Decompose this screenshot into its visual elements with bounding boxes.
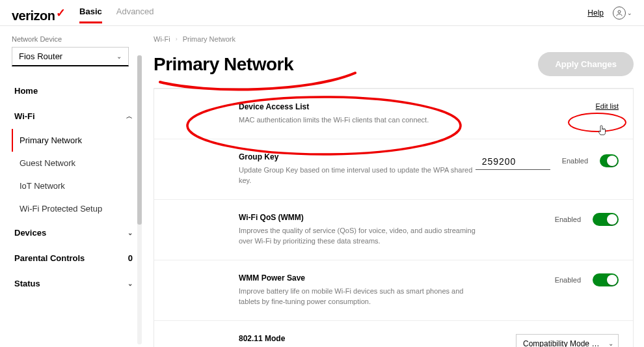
tab-basic[interactable]: Basic — [79, 7, 102, 23]
enabled-label: Enabled — [555, 215, 581, 223]
nav-status[interactable]: Status ⌄ — [12, 271, 135, 296]
top-bar: verizon ✓ Basic Advanced Help ⌄ — [0, 0, 644, 26]
setting-text: WMM Power Save Improve battery life on m… — [239, 273, 482, 307]
header-tabs: Basic Advanced — [79, 7, 154, 23]
nav-guest-network[interactable]: Guest Network — [12, 152, 135, 174]
parental-count: 0 — [128, 253, 133, 263]
nav-primary-network[interactable]: Primary Network — [12, 129, 135, 152]
setting-text: Wi-Fi QoS (WMM) Improves the quality of … — [239, 213, 482, 247]
page-title: Primary Network — [154, 54, 293, 75]
qos-toggle[interactable] — [593, 213, 619, 226]
group-key-toggle[interactable] — [600, 154, 619, 167]
setting-desc: Improve battery life on mobile Wi-Fi dev… — [239, 286, 482, 307]
user-icon — [613, 7, 626, 20]
logo-text: verizon — [12, 8, 55, 23]
breadcrumb-primary: Primary Network — [183, 35, 235, 43]
chevron-down-icon: ⌄ — [127, 280, 133, 287]
setting-wifi-qos: Wi-Fi QoS (WMM) Improves the quality of … — [154, 200, 633, 260]
toggle-knob — [607, 156, 617, 166]
setting-wmm-power-save: WMM Power Save Improve battery life on m… — [154, 260, 633, 321]
network-device-select[interactable]: Fios Router ⌄ — [12, 47, 129, 66]
setting-controls: Compatibility Mode (802.... ⌄ — [482, 334, 619, 348]
group-key-input[interactable] — [476, 152, 550, 170]
chevron-down-icon: ⌄ — [627, 10, 632, 16]
verizon-logo: verizon ✓ — [12, 8, 65, 23]
breadcrumb: Wi-Fi › Primary Network — [154, 35, 634, 43]
setting-desc: Update Group Key based on time interval … — [239, 165, 476, 186]
main-content: Wi-Fi › Primary Network Primary Network … — [142, 26, 644, 347]
check-icon: ✓ — [56, 6, 66, 20]
sidebar-nav: Home Wi-Fi ︿ Primary Network Guest Netwo… — [12, 78, 135, 296]
setting-controls: Enabled — [482, 213, 619, 226]
chevron-down-icon: ⌄ — [116, 53, 122, 60]
chevron-right-icon: › — [176, 36, 178, 42]
title-row: Primary Network Apply Changes — [154, 52, 634, 76]
setting-desc: Improves the quality of service (QoS) fo… — [239, 225, 482, 247]
toggle-knob — [607, 214, 617, 225]
settings-panel: Device Access List MAC authentication li… — [154, 88, 634, 347]
svg-point-0 — [618, 10, 621, 13]
edit-list-link[interactable]: Edit list — [596, 102, 619, 110]
mode-select-wrap: Compatibility Mode (802.... ⌄ — [516, 334, 619, 348]
network-device-value: Fios Router — [19, 51, 62, 61]
nav-home[interactable]: Home — [12, 78, 135, 104]
setting-title: Device Access List — [239, 102, 429, 111]
body: Network Device Fios Router ⌄ Home Wi-Fi … — [0, 26, 644, 347]
setting-text: Device Access List MAC authentication li… — [239, 102, 429, 126]
setting-80211-mode: 802.11 Mode Limit or allow access to Wi-… — [154, 321, 633, 348]
nav-status-label: Status — [14, 279, 40, 288]
setting-controls: Enabled — [482, 273, 619, 286]
apply-changes-button[interactable]: Apply Changes — [538, 52, 634, 76]
tab-advanced[interactable]: Advanced — [116, 7, 154, 23]
nav-wifi[interactable]: Wi-Fi ︿ — [12, 104, 135, 129]
wmmps-toggle[interactable] — [593, 273, 619, 286]
account-menu[interactable]: ⌄ — [613, 7, 632, 20]
toggle-knob — [607, 275, 617, 285]
mode-select[interactable]: Compatibility Mode (802.... — [516, 334, 619, 348]
setting-text: 802.11 Mode Limit or allow access to Wi-… — [239, 334, 422, 348]
top-left: verizon ✓ Basic Advanced — [12, 7, 154, 23]
setting-controls: Edit list — [482, 102, 619, 110]
breadcrumb-wifi[interactable]: Wi-Fi — [154, 35, 170, 43]
setting-title: Wi-Fi QoS (WMM) — [239, 213, 482, 222]
nav-parental-label: Parental Controls — [14, 253, 85, 263]
setting-desc: MAC authentication limits the Wi-Fi clie… — [239, 115, 429, 126]
setting-text: Group Key Update Group Key based on time… — [239, 152, 476, 186]
enabled-label: Enabled — [562, 157, 588, 165]
setting-group-key: Group Key Update Group Key based on time… — [154, 139, 633, 200]
setting-device-access-list: Device Access List MAC authentication li… — [154, 89, 633, 139]
chevron-up-icon: ︿ — [126, 112, 133, 121]
setting-title: WMM Power Save — [239, 273, 482, 283]
nav-devices-label: Devices — [14, 228, 46, 238]
sidebar: Network Device Fios Router ⌄ Home Wi-Fi … — [0, 26, 142, 347]
nav-devices[interactable]: Devices ⌄ — [12, 220, 135, 245]
help-link[interactable]: Help — [587, 8, 604, 18]
setting-controls: Enabled — [476, 152, 619, 170]
setting-title: 802.11 Mode — [239, 334, 422, 343]
setting-title: Group Key — [239, 152, 476, 161]
nav-iot-network[interactable]: IoT Network — [12, 174, 135, 197]
scrollbar-thumb[interactable] — [137, 55, 142, 225]
top-right: Help ⌄ — [587, 7, 632, 23]
chevron-down-icon: ⌄ — [127, 229, 133, 236]
nav-wifi-label: Wi-Fi — [14, 111, 35, 121]
nav-parental-controls[interactable]: Parental Controls 0 — [12, 245, 135, 271]
nav-wps[interactable]: Wi-Fi Protected Setup — [12, 197, 135, 220]
enabled-label: Enabled — [555, 276, 581, 284]
network-device-label: Network Device — [12, 35, 135, 43]
